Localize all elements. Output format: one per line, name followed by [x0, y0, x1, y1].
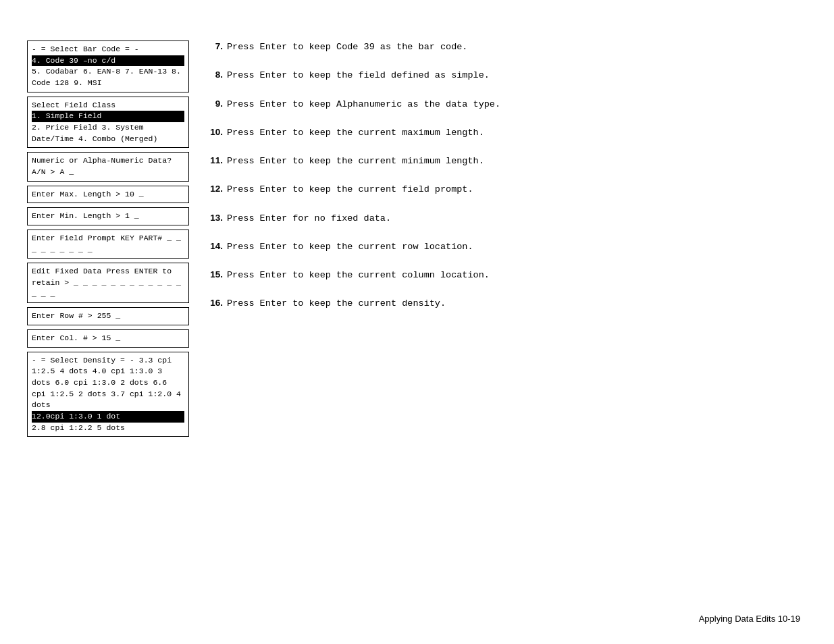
menu-box-fixed-data: Edit Fixed Data Press ENTER to retain > …: [27, 263, 189, 303]
highlighted-option: 4. Code 39 –no c/d: [32, 55, 184, 67]
menu-box-field-class: Select Field Class 1. Simple Field 2. Pr…: [27, 97, 189, 149]
instruction-item-16: 16.Press Enter to keep the current densi…: [203, 297, 807, 311]
instruction-item-12: 12.Press Enter to keep the current field…: [203, 183, 807, 196]
menu-box-data-type: Numeric or Alpha-Numeric Data? A/N > A _: [27, 152, 189, 181]
instruction-item-8: 8.Press Enter to keep the field defined …: [203, 69, 807, 82]
instruction-text: Press Enter to keep the current column l…: [227, 269, 490, 282]
instruction-number: 16.: [203, 297, 227, 308]
instruction-number: 10.: [203, 126, 227, 137]
instruction-text: Press Enter to keep the current field pr…: [227, 183, 473, 196]
instruction-text: Press Enter for no fixed data.: [227, 212, 391, 225]
instruction-text: Press Enter to keep Alphanumeric as the …: [227, 98, 500, 111]
instruction-number: 12.: [203, 183, 227, 194]
menu-box-max-length: Enter Max. Length > 10 _: [27, 186, 189, 204]
instruction-text: Press Enter to keep the field defined as…: [227, 69, 490, 82]
menu-box-field-prompt: Enter Field Prompt KEY PART# _ _ _ _ _ _…: [27, 230, 189, 259]
page-layout: - = Select Bar Code = - 4. Code 39 –no c…: [0, 0, 834, 477]
instruction-item-15: 15.Press Enter to keep the current colum…: [203, 269, 807, 282]
footer: Applying Data Edits 10-19: [699, 614, 800, 624]
instruction-item-11: 11.Press Enter to keep the current minim…: [203, 155, 807, 168]
highlighted-option: 12.0cpi 1:3.0 1 dot: [32, 411, 184, 423]
right-column: 7.Press Enter to keep Code 39 as the bar…: [189, 41, 807, 437]
instruction-item-9: 9.Press Enter to keep Alphanumeric as th…: [203, 98, 807, 111]
instruction-text: Press Enter to keep the current density.: [227, 297, 446, 311]
menu-box-col-num: Enter Col. # > 15 _: [27, 329, 189, 348]
left-column: - = Select Bar Code = - 4. Code 39 –no c…: [27, 41, 189, 437]
instruction-item-14: 14.Press Enter to keep the current row l…: [203, 240, 807, 254]
instruction-text: Press Enter to keep the current minimum …: [227, 155, 484, 168]
instruction-text: Press Enter to keep Code 39 as the bar c…: [227, 41, 467, 54]
instruction-text: Press Enter to keep the current row loca…: [227, 240, 473, 254]
instruction-number: 9.: [203, 98, 227, 109]
highlighted-option: 1. Simple Field: [32, 111, 184, 122]
menu-box-min-length: Enter Min. Length > 1 _: [27, 207, 189, 225]
instruction-text: Press Enter to keep the current maximum …: [227, 126, 484, 140]
instruction-item-7: 7.Press Enter to keep Code 39 as the bar…: [203, 41, 807, 54]
menu-box-density-select: - = Select Density = - 3.3 cpi 1:2.5 4 d…: [27, 352, 189, 437]
instruction-number: 14.: [203, 240, 227, 251]
instruction-number: 7.: [203, 41, 227, 51]
instruction-number: 11.: [203, 155, 227, 165]
menu-box-row-num: Enter Row # > 255 _: [27, 307, 189, 325]
menu-box-barcode-select: - = Select Bar Code = - 4. Code 39 –no c…: [27, 41, 189, 92]
instruction-number: 15.: [203, 269, 227, 279]
instruction-item-13: 13.Press Enter for no fixed data.: [203, 212, 807, 225]
instruction-number: 8.: [203, 69, 227, 80]
instruction-number: 13.: [203, 212, 227, 223]
instruction-item-10: 10.Press Enter to keep the current maxim…: [203, 126, 807, 140]
